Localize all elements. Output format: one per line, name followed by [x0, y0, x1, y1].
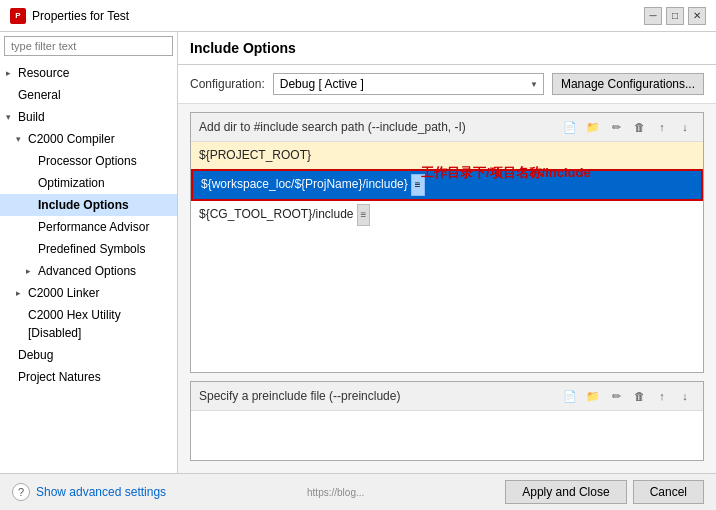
config-label: Configuration:	[190, 77, 265, 91]
add-file-button[interactable]: 📄	[560, 118, 580, 136]
preinclude-panel: Specify a preinclude file (--preinclude)…	[190, 381, 704, 461]
list-item-text: ${PROJECT_ROOT}	[199, 148, 311, 162]
sidebar-item-label-processor-options: Processor Options	[38, 152, 137, 170]
sidebar-item-label-project-natures: Project Natures	[18, 368, 101, 386]
preinclude-move-up-button[interactable]: ↑	[652, 387, 672, 405]
sidebar-item-processor-options[interactable]: Processor Options	[0, 150, 177, 172]
window-title: Properties for Test	[32, 9, 129, 23]
content-area: Include Options Configuration: Debug [ A…	[178, 32, 716, 473]
sidebar-item-predefined-symbols[interactable]: Predefined Symbols	[0, 238, 177, 260]
url-bar: https://blog...	[166, 487, 505, 498]
config-select[interactable]: Debug [ Active ]	[273, 73, 544, 95]
list-item[interactable]: ${workspace_loc/${ProjName}/include}≡	[191, 169, 703, 201]
tree-arrow-c2000-compiler: ▾	[16, 130, 26, 148]
main-layout: ▸ResourceGeneral▾Build▾C2000 CompilerPro…	[0, 32, 716, 473]
sidebar-item-label-predefined-symbols: Predefined Symbols	[38, 240, 145, 258]
sidebar-item-debug[interactable]: Debug	[0, 344, 177, 366]
sidebar-item-resource[interactable]: ▸Resource	[0, 62, 177, 84]
list-item[interactable]: ${CG_TOOL_ROOT}/include≡	[191, 201, 703, 230]
preinclude-title: Specify a preinclude file (--preinclude)	[199, 389, 400, 403]
include-path-panel-header: Add dir to #include search path (--inclu…	[191, 113, 703, 142]
title-bar: P Properties for Test ─ □ ✕	[0, 0, 716, 32]
preinclude-edit-button[interactable]: ✏	[606, 387, 626, 405]
list-item-text: ${CG_TOOL_ROOT}/include	[199, 207, 354, 221]
sidebar-item-label-advanced-options: Advanced Options	[38, 262, 136, 280]
sidebar-item-c2000-compiler[interactable]: ▾C2000 Compiler	[0, 128, 177, 150]
cancel-button[interactable]: Cancel	[633, 480, 704, 504]
tree-arrow-advanced-options: ▸	[26, 262, 36, 280]
sidebar-item-performance-advisor[interactable]: Performance Advisor	[0, 216, 177, 238]
panel-tools: 📄 📁 ✏ 🗑 ↑ ↓	[560, 118, 695, 136]
sidebar-item-advanced-options[interactable]: ▸Advanced Options	[0, 260, 177, 282]
content-panels: Add dir to #include search path (--inclu…	[178, 104, 716, 473]
sidebar-item-label-c2000-linker: C2000 Linker	[28, 284, 99, 302]
sidebar-item-c2000-linker[interactable]: ▸C2000 Linker	[0, 282, 177, 304]
sidebar-item-optimization[interactable]: Optimization	[0, 172, 177, 194]
config-row: Configuration: Debug [ Active ] Manage C…	[178, 65, 716, 104]
delete-button[interactable]: 🗑	[629, 118, 649, 136]
sidebar-item-project-natures[interactable]: Project Natures	[0, 366, 177, 388]
sidebar-item-include-options[interactable]: Include Options	[0, 194, 177, 216]
window-controls: ─ □ ✕	[644, 7, 706, 25]
include-path-title: Add dir to #include search path (--inclu…	[199, 120, 466, 134]
sidebar-item-label-general: General	[18, 86, 61, 104]
tree-arrow-resource: ▸	[6, 64, 16, 82]
config-select-wrapper: Debug [ Active ]	[273, 73, 544, 95]
preinclude-panel-header: Specify a preinclude file (--preinclude)…	[191, 382, 703, 411]
bottom-bar: ? Show advanced settings https://blog...…	[0, 473, 716, 510]
sidebar-item-label-resource: Resource	[18, 64, 69, 82]
bottom-right: Apply and Close Cancel	[505, 480, 704, 504]
close-button[interactable]: ✕	[688, 7, 706, 25]
include-path-panel: Add dir to #include search path (--inclu…	[190, 112, 704, 373]
list-item-tag: ≡	[357, 204, 371, 226]
show-advanced-settings-link[interactable]: Show advanced settings	[36, 485, 166, 499]
sidebar-item-label-optimization: Optimization	[38, 174, 105, 192]
sidebar-item-label-c2000-hex: C2000 Hex Utility [Disabled]	[28, 306, 177, 342]
sidebar-item-build[interactable]: ▾Build	[0, 106, 177, 128]
manage-configurations-button[interactable]: Manage Configurations...	[552, 73, 704, 95]
sidebar-item-label-build: Build	[18, 108, 45, 126]
preinclude-tools: 📄 📁 ✏ 🗑 ↑ ↓	[560, 387, 695, 405]
preinclude-delete-button[interactable]: 🗑	[629, 387, 649, 405]
panel-title: Include Options	[178, 32, 716, 65]
preinclude-move-down-button[interactable]: ↓	[675, 387, 695, 405]
edit-button[interactable]: ✏	[606, 118, 626, 136]
move-up-button[interactable]: ↑	[652, 118, 672, 136]
sidebar-item-label-c2000-compiler: C2000 Compiler	[28, 130, 115, 148]
preinclude-add-file-button[interactable]: 📄	[560, 387, 580, 405]
move-down-button[interactable]: ↓	[675, 118, 695, 136]
preinclude-add-folder-button[interactable]: 📁	[583, 387, 603, 405]
preinclude-list	[191, 411, 703, 460]
sidebar-item-general[interactable]: General	[0, 84, 177, 106]
sidebar: ▸ResourceGeneral▾Build▾C2000 CompilerPro…	[0, 32, 178, 473]
sidebar-item-label-include-options: Include Options	[38, 196, 129, 214]
list-item-text: ${workspace_loc/${ProjName}/include}	[201, 177, 408, 191]
add-folder-button[interactable]: 📁	[583, 118, 603, 136]
tree-arrow-c2000-linker: ▸	[16, 284, 26, 302]
sidebar-tree: ▸ResourceGeneral▾Build▾C2000 CompilerPro…	[0, 60, 177, 473]
sidebar-item-label-debug: Debug	[18, 346, 53, 364]
apply-and-close-button[interactable]: Apply and Close	[505, 480, 626, 504]
list-item[interactable]: ${PROJECT_ROOT}	[191, 142, 703, 169]
include-path-list: ${PROJECT_ROOT}${workspace_loc/${ProjNam…	[191, 142, 703, 372]
help-icon[interactable]: ?	[12, 483, 30, 501]
list-item-tag: ≡	[411, 174, 425, 196]
minimize-button[interactable]: ─	[644, 7, 662, 25]
title-bar-left: P Properties for Test	[10, 8, 129, 24]
maximize-button[interactable]: □	[666, 7, 684, 25]
tree-arrow-build: ▾	[6, 108, 16, 126]
bottom-left: ? Show advanced settings	[12, 483, 166, 501]
sidebar-item-c2000-hex[interactable]: C2000 Hex Utility [Disabled]	[0, 304, 177, 344]
filter-input[interactable]	[4, 36, 173, 56]
app-icon: P	[10, 8, 26, 24]
sidebar-item-label-performance-advisor: Performance Advisor	[38, 218, 149, 236]
